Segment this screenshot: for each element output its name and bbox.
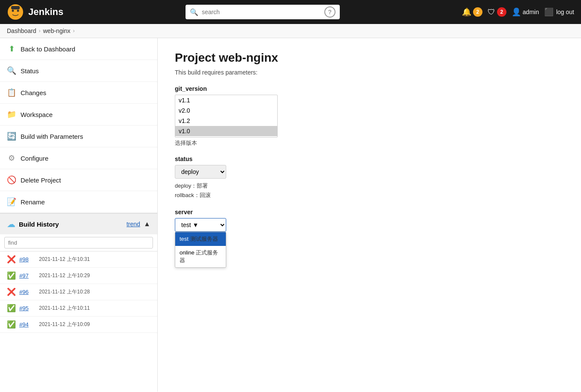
breadcrumb-project[interactable]: web-nginx	[43, 27, 71, 34]
build-find-input[interactable]	[4, 237, 153, 248]
admin-btn[interactable]: 👤 admin	[512, 7, 539, 17]
search-bar: 🔍 ?	[186, 5, 340, 19]
logout-icon: ⬛	[544, 7, 554, 17]
build-time-build-95: 2021-11-12 上午10:11	[39, 305, 90, 312]
svg-point-2	[17, 10, 19, 12]
sidebar: ⬆Back to Dashboard🔍Status📋Changes📁Worksp…	[0, 38, 158, 392]
build-history-title: Build History	[19, 221, 123, 228]
delete-project-icon: 🚫	[7, 175, 16, 185]
build-status-icon-build-97: ✅	[7, 271, 16, 280]
sidebar-item-workspace[interactable]: 📁Workspace	[0, 104, 157, 126]
git-version-hint: 选择版本	[175, 139, 564, 147]
jenkins-logo-icon	[7, 3, 24, 21]
git-version-select[interactable]: v1.1 v2.0 v1.2 v1.0	[175, 95, 278, 138]
logout-label: log out	[556, 9, 574, 15]
status-section: status deploy rollback deploy：部署 rollbac…	[175, 156, 564, 200]
configure-icon: ⚙	[7, 153, 16, 163]
build-row-build-98: ❌#982021-11-12 上午10:31	[0, 251, 157, 268]
status-icon: 🔍	[7, 66, 16, 75]
brand-name: Jenkins	[28, 6, 63, 18]
server-options-popup: test 测试服务器 online 正式服务器	[175, 232, 226, 268]
rename-icon: 📝	[7, 197, 16, 206]
build-num-build-98[interactable]: #98	[19, 256, 36, 263]
build-num-build-94[interactable]: #94	[19, 321, 36, 328]
project-title: Project web-nginx	[175, 51, 564, 65]
breadcrumb-sep2: ›	[73, 28, 75, 34]
configure-label: Configure	[21, 155, 48, 162]
notifications-badge: 2	[473, 7, 482, 17]
build-time-build-96: 2021-11-12 上午10:28	[39, 288, 90, 296]
brand-logo[interactable]: Jenkins	[7, 3, 63, 21]
sidebar-item-configure[interactable]: ⚙Configure	[0, 147, 157, 169]
logout-btn[interactable]: ⬛ log out	[544, 7, 574, 17]
server-dropdown[interactable]: test ▼ online	[175, 218, 226, 232]
build-status-icon-build-94: ✅	[7, 320, 16, 329]
git-version-section: git_version v1.1 v2.0 v1.2 v1.0 选择版本	[175, 85, 564, 147]
changes-icon: 📋	[7, 88, 16, 97]
build-status-icon-build-95: ✅	[7, 304, 16, 313]
build-time-build-98: 2021-11-12 上午10:31	[39, 256, 90, 263]
workspace-icon: 📁	[7, 110, 16, 119]
sidebar-item-delete-project[interactable]: 🚫Delete Project	[0, 169, 157, 191]
build-time-build-94: 2021-11-12 上午10:09	[39, 321, 90, 328]
breadcrumb-dashboard[interactable]: Dashboard	[7, 27, 36, 34]
header-right: 🔔 2 🛡 2 👤 admin ⬛ log out	[462, 7, 574, 17]
server-option-test[interactable]: test 测试服务器	[175, 232, 226, 246]
build-search-bar	[0, 234, 157, 251]
build-num-build-97[interactable]: #97	[19, 272, 36, 279]
rename-label: Rename	[21, 198, 45, 206]
build-status-icon-build-96: ❌	[7, 287, 16, 296]
collapse-btn[interactable]: ▲	[144, 220, 150, 228]
build-row-build-97: ✅#972021-11-12 上午10:29	[0, 268, 157, 284]
build-history-header: ☁ Build History trend ▲	[0, 214, 157, 234]
shield-icon: 🛡	[488, 8, 495, 17]
build-row-build-94: ✅#942021-11-12 上午10:09	[0, 317, 157, 333]
sidebar-item-build-with-parameters[interactable]: 🔄Build with Parameters	[0, 126, 157, 147]
build-with-parameters-icon: 🔄	[7, 132, 16, 141]
delete-project-label: Delete Project	[21, 177, 61, 184]
sidebar-item-back-to-dashboard[interactable]: ⬆Back to Dashboard	[0, 38, 157, 60]
server-section: server test ▼ online test 测试服务器 online 正…	[175, 209, 564, 232]
back-to-dashboard-icon: ⬆	[7, 44, 16, 54]
server-dropdown-wrap: test ▼ online test 测试服务器 online 正式服务器	[175, 218, 226, 232]
build-num-build-96[interactable]: #96	[19, 289, 36, 295]
build-status-icon-build-98: ❌	[7, 255, 16, 264]
changes-label: Changes	[21, 89, 46, 96]
admin-label: admin	[523, 9, 539, 15]
build-row-build-96: ❌#962021-11-12 上午10:28	[0, 284, 157, 300]
search-icon: 🔍	[190, 8, 198, 16]
breadcrumb-sep1: ›	[39, 28, 41, 34]
server-label: server	[175, 209, 564, 215]
build-num-build-95[interactable]: #95	[19, 305, 36, 311]
help-icon[interactable]: ?	[324, 6, 335, 18]
status-dropdown[interactable]: deploy rollback	[175, 165, 226, 179]
status-label: Status	[21, 67, 39, 75]
svg-rect-3	[11, 6, 20, 9]
user-icon: 👤	[512, 7, 521, 17]
breadcrumb: Dashboard › web-nginx ›	[0, 24, 581, 38]
workspace-label: Workspace	[21, 111, 53, 118]
build-with-parameters-label: Build with Parameters	[21, 133, 83, 140]
header: Jenkins 🔍 ? 🔔 2 🛡 2 👤 admin ⬛ log out	[0, 0, 581, 24]
main-layout: ⬆Back to Dashboard🔍Status📋Changes📁Worksp…	[0, 38, 581, 392]
sidebar-item-status[interactable]: 🔍Status	[0, 60, 157, 82]
back-to-dashboard-label: Back to Dashboard	[21, 45, 75, 53]
build-params-info: This build requires parameters:	[175, 69, 564, 76]
build-time-build-97: 2021-11-12 上午10:29	[39, 272, 90, 279]
server-option-online[interactable]: online 正式服务器	[175, 246, 226, 267]
notifications-btn[interactable]: 🔔 2	[462, 7, 482, 17]
trend-link[interactable]: trend	[126, 221, 140, 227]
search-input[interactable]	[202, 9, 318, 15]
git-version-label: git_version	[175, 85, 564, 92]
svg-point-1	[12, 10, 14, 12]
status-desc: deploy：部署 rollback：回滚	[175, 181, 564, 200]
sidebar-item-rename[interactable]: 📝Rename	[0, 191, 157, 213]
build-history-section: ☁ Build History trend ▲ ❌#982021-11-12 上…	[0, 213, 157, 333]
content: Project web-nginx This build requires pa…	[158, 38, 581, 392]
status-label: status	[175, 156, 564, 162]
alerts-badge: 2	[497, 7, 506, 17]
bell-icon: 🔔	[462, 7, 471, 17]
cloud-icon: ☁	[7, 219, 15, 229]
sidebar-item-changes[interactable]: 📋Changes	[0, 82, 157, 104]
alerts-btn[interactable]: 🛡 2	[488, 7, 506, 17]
